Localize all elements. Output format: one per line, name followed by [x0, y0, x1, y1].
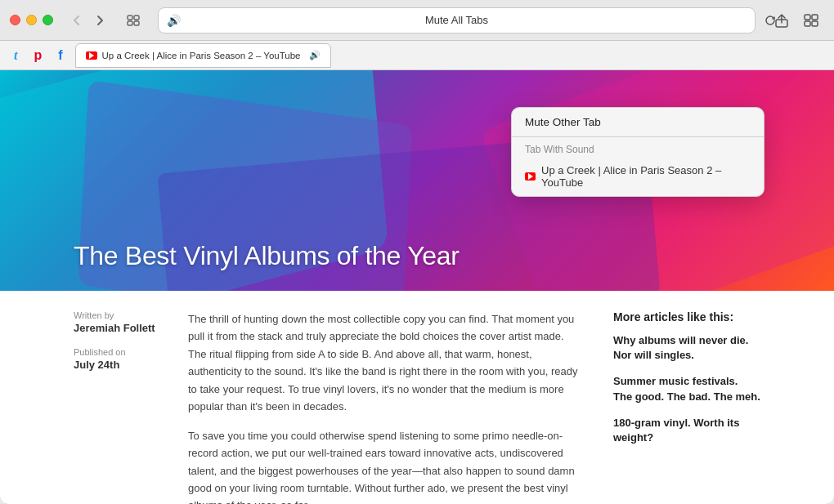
mute-other-tab-item[interactable]: Mute Other Tab [512, 108, 764, 136]
dropdown-tab-title: Up a Creek | Alice in Paris Season 2 – Y… [541, 164, 751, 189]
article-meta: Written by Jeremiah Follett Published on… [74, 310, 155, 504]
close-button[interactable] [10, 15, 20, 25]
svg-rect-1 [134, 16, 139, 20]
pinterest-icon: p [34, 48, 42, 63]
sidebar-item-2[interactable]: Summer music festivals.The good. The bad… [613, 374, 760, 404]
dropdown-yt-icon [525, 172, 536, 181]
article-area: Written by Jeremiah Follett Published on… [0, 291, 834, 504]
published-label: Published on [74, 347, 155, 357]
back-button[interactable] [65, 9, 87, 32]
svg-rect-0 [128, 16, 132, 20]
maximize-button[interactable] [43, 15, 53, 25]
sidebar-title: More articles like this: [613, 310, 760, 323]
svg-rect-8 [812, 21, 818, 26]
svg-rect-2 [128, 21, 132, 25]
tab-sound-icon: 🔊 [309, 50, 321, 60]
address-text: Mute All Tabs [425, 14, 488, 26]
published-date: July 24th [74, 359, 155, 371]
article-para-1: The thrill of hunting down the most coll… [188, 310, 581, 416]
svg-rect-5 [805, 15, 810, 20]
sidebar-item-3[interactable]: 180-gram vinyl. Worth its weight? [613, 416, 760, 445]
dropdown-menu: Mute Other Tab Tab With Sound Up a Creek… [511, 107, 764, 197]
svg-rect-3 [134, 21, 139, 25]
nav-buttons [65, 9, 112, 32]
main-content: The Best Vinyl Albums of the Year Writte… [0, 70, 834, 504]
article-sidebar: More articles like this: Why albums will… [613, 310, 760, 504]
active-tab[interactable]: Up a Creek | Alice in Paris Season 2 – Y… [75, 43, 331, 68]
title-bar: 🔊 Mute All Tabs [0, 0, 834, 41]
tab-with-sound-label: Tab With Sound [512, 137, 764, 158]
bookmark-facebook[interactable]: f [54, 46, 66, 65]
tab-overview-button[interactable] [122, 9, 145, 32]
youtube-favicon [86, 51, 97, 60]
dropdown-tab-item[interactable]: Up a Creek | Alice in Paris Season 2 – Y… [512, 158, 764, 196]
mute-other-tab-label: Mute Other Tab [525, 116, 601, 128]
new-tab-button[interactable] [798, 7, 824, 33]
article-body: The thrill of hunting down the most coll… [188, 310, 581, 504]
traffic-lights [10, 15, 53, 25]
facebook-icon: f [58, 48, 62, 63]
minimize-button[interactable] [26, 15, 37, 25]
article-para-2: To save you time you could otherwise spe… [188, 427, 581, 504]
reload-button[interactable] [759, 9, 782, 32]
bookmark-pinterest[interactable]: p [29, 46, 46, 65]
hero-title: The Best Vinyl Albums of the Year [74, 241, 460, 271]
bookmarks-bar: t p f Up a Creek | Alice in Paris Season… [0, 41, 834, 70]
forward-button[interactable] [89, 9, 112, 32]
sidebar-item-1[interactable]: Why albums will never die.Nor will singl… [613, 333, 760, 363]
author-name: Jeremiah Follett [74, 322, 155, 334]
address-bar[interactable]: 🔊 Mute All Tabs [158, 7, 756, 33]
svg-rect-7 [805, 21, 810, 26]
tab-title: Up a Creek | Alice in Paris Season 2 – Y… [102, 51, 301, 60]
address-sound-icon: 🔊 [167, 14, 181, 27]
browser-window: 🔊 Mute All Tabs [0, 0, 834, 504]
svg-rect-6 [812, 15, 818, 20]
written-by-label: Written by [74, 310, 155, 320]
address-bar-container: 🔊 Mute All Tabs [158, 7, 756, 33]
twitter-icon: t [14, 48, 17, 63]
bookmark-twitter[interactable]: t [10, 46, 21, 65]
